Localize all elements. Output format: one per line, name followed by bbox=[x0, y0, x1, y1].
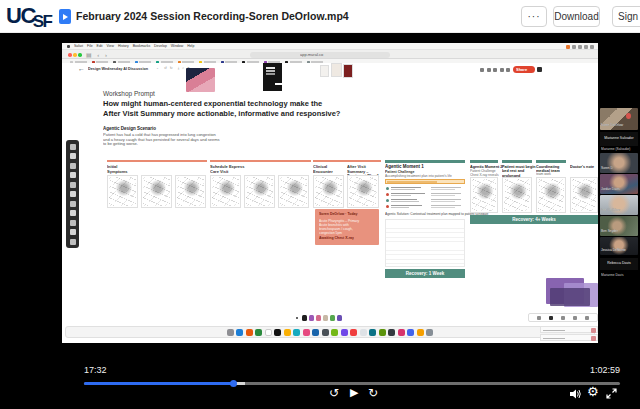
download-button[interactable]: Download bbox=[553, 6, 600, 27]
back-arrow-icon: ← bbox=[78, 65, 85, 72]
signup-button[interactable]: Sign up bbox=[612, 6, 640, 27]
file-title: February 2024 Session Recording-Soren De… bbox=[76, 10, 349, 22]
wifi-icon bbox=[572, 45, 576, 49]
storyboard-sketch bbox=[536, 177, 566, 213]
fullscreen-icon bbox=[606, 388, 617, 399]
sticky-note-tool-icon bbox=[70, 153, 76, 159]
storyboard-sketch bbox=[570, 177, 598, 213]
recovery-1-week-banner: Recovery: 1 Week bbox=[385, 269, 465, 278]
storyboard-sketch bbox=[175, 175, 206, 208]
invite-icon bbox=[506, 68, 510, 72]
menubar-items: Safari File Edit View History Bookmarks … bbox=[74, 44, 194, 48]
more-options-button[interactable]: ··· bbox=[521, 6, 547, 27]
board-tool-sidebar bbox=[66, 140, 79, 248]
share-label: Share bbox=[516, 67, 538, 72]
storyboard-sketch bbox=[244, 175, 275, 208]
board-image-pink bbox=[186, 68, 215, 92]
forward-button[interactable]: ↻ bbox=[368, 386, 378, 400]
participant-name: Jordan Davis bbox=[601, 187, 638, 191]
text-tool-icon bbox=[70, 163, 76, 169]
section-bar-coordinating bbox=[536, 160, 566, 163]
storyboard-sketch bbox=[141, 175, 172, 208]
board-image-poster bbox=[263, 63, 282, 91]
progress-fill bbox=[84, 382, 233, 385]
scenario-title: Agentic Design Scenario bbox=[103, 126, 253, 131]
participant-name: Marianne (Salvador) bbox=[601, 147, 639, 151]
comment-icon bbox=[493, 68, 497, 72]
progress-bar[interactable] bbox=[84, 382, 620, 385]
column-label-doctors-note: Doctor's note bbox=[570, 164, 598, 169]
settings-button[interactable]: ⚙ bbox=[587, 385, 599, 399]
recovery-4-weeks-banner: Recovery: 4+ Weeks bbox=[470, 215, 598, 224]
menubar-app-icon bbox=[566, 45, 570, 49]
participant-tile: Lee DeOrlow bbox=[600, 195, 638, 215]
app-icon bbox=[316, 315, 322, 321]
speaker-icon bbox=[570, 389, 582, 399]
storyboard-sketch bbox=[210, 175, 241, 208]
participant-name-tile: Rebecca Davis bbox=[600, 258, 638, 270]
workshop-prompt-label: Workshop Prompt bbox=[103, 90, 155, 97]
notification-panel bbox=[540, 326, 598, 342]
column-label-initial-symptoms: Initial Symptoms bbox=[107, 164, 207, 174]
timer-icon bbox=[487, 68, 491, 72]
notification-row bbox=[540, 334, 598, 341]
reactions-icon bbox=[500, 68, 504, 72]
mac-dock bbox=[65, 326, 595, 338]
close-window-icon bbox=[68, 53, 72, 57]
app-icon bbox=[302, 315, 308, 321]
present-icon bbox=[480, 68, 484, 72]
zoom-participant-strip: Soren DeOrlow Marianne Salvador Marianne… bbox=[600, 33, 638, 409]
app-icon bbox=[337, 315, 343, 321]
spotlight-icon bbox=[584, 45, 588, 49]
section-bar-agentic1 bbox=[385, 160, 465, 163]
preview-header: UCSF February 2024 Session Recording-Sor… bbox=[0, 0, 640, 33]
participant-name: Ben Snyder bbox=[601, 229, 638, 233]
participant-tile: Ben Snyder bbox=[600, 216, 638, 236]
agentic1-schedule-table bbox=[385, 219, 465, 267]
more-tools-icon bbox=[70, 229, 76, 235]
thumbnail-icon bbox=[591, 336, 596, 341]
minimap-icon bbox=[585, 316, 589, 320]
scenario-text: Patient has had a cold that has progress… bbox=[103, 132, 303, 146]
battery-icon bbox=[578, 45, 582, 49]
note-footer: Awaiting Chest X-ray bbox=[319, 236, 383, 240]
share-button: Share bbox=[513, 66, 535, 73]
participant-tile: Jessica DeMonte bbox=[600, 237, 638, 255]
participant-name: Soren DeOrlow bbox=[601, 123, 638, 127]
fullscreen-button[interactable] bbox=[606, 388, 617, 402]
participant-name: Rebecca Davis bbox=[600, 261, 638, 265]
participant-name: Soren D bbox=[601, 166, 638, 170]
volume-button[interactable] bbox=[570, 388, 582, 402]
storyboard-sketch bbox=[313, 175, 344, 208]
agentic1-task-list bbox=[385, 186, 465, 210]
shapes-tool-icon bbox=[70, 172, 76, 178]
address-url: app.mural.co bbox=[300, 52, 440, 57]
section-divider bbox=[107, 160, 207, 162]
video-player-stage[interactable]: Safari File Edit View History Bookmarks … bbox=[0, 33, 640, 409]
zoom-out-icon bbox=[537, 316, 541, 320]
logo-uc: UC bbox=[6, 3, 35, 28]
play-button[interactable]: ▶ bbox=[350, 386, 358, 400]
participant-name: Marianne Salvador bbox=[600, 136, 638, 140]
column-sub-coordinating: team work bbox=[536, 172, 571, 176]
section-divider bbox=[313, 160, 381, 162]
participant-name: Lee DeOrlow bbox=[601, 208, 638, 212]
mac-menubar: Safari File Edit View History Bookmarks … bbox=[62, 43, 598, 50]
note-title: Soren DeOrlow · Today bbox=[319, 212, 383, 216]
participant-name: Marianne Davis bbox=[601, 273, 639, 277]
participant-tile: Soren DeOrlow bbox=[600, 108, 638, 130]
visit-note-card: Soren DeOrlow · Today Acute Pharyngitis … bbox=[315, 209, 379, 245]
total-duration: 1:02:59 bbox=[590, 365, 620, 375]
ucsf-logo[interactable]: UCSF bbox=[6, 3, 52, 32]
section-bar-bedrest bbox=[502, 160, 532, 163]
rewind-button[interactable]: ↺ bbox=[329, 386, 339, 400]
board-image-cluster bbox=[320, 63, 354, 89]
note-body: Acute Pharyngitis – Primary Acute bronch… bbox=[319, 219, 383, 235]
thumbnail-icon bbox=[591, 328, 596, 333]
progress-handle[interactable] bbox=[230, 380, 237, 387]
app-icon bbox=[323, 315, 329, 321]
menubar-status-icons bbox=[566, 45, 594, 49]
participant-tile: Jordan Davis bbox=[600, 174, 638, 194]
mural-board-canvas: ← Design Wednesday AI Discussion ⌄ ↺ ↻ ⤓… bbox=[62, 63, 598, 343]
workshop-question: How might human-centered exponential tec… bbox=[103, 99, 340, 119]
